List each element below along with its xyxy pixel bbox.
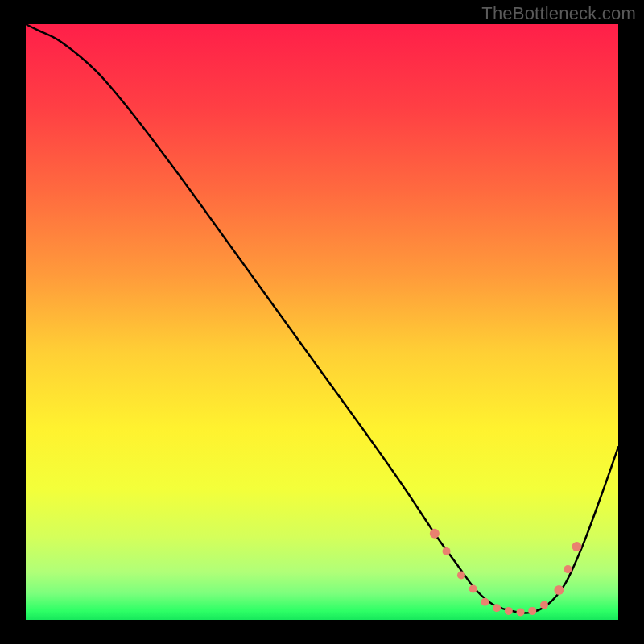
chart-canvas: [0, 0, 644, 644]
curve-marker: [572, 542, 581, 551]
curve-marker: [528, 607, 536, 615]
curve-marker: [540, 601, 548, 609]
chart-root: TheBottleneck.com: [0, 0, 644, 644]
plot-background: [26, 24, 618, 620]
curve-marker: [564, 565, 572, 573]
curve-marker: [505, 607, 513, 615]
curve-marker: [493, 604, 501, 612]
curve-marker: [430, 529, 440, 539]
curve-marker: [443, 547, 451, 555]
curve-marker: [457, 572, 465, 580]
curve-marker: [481, 598, 489, 606]
curve-marker: [517, 608, 525, 616]
curve-marker: [469, 585, 477, 593]
curve-marker: [554, 585, 564, 595]
